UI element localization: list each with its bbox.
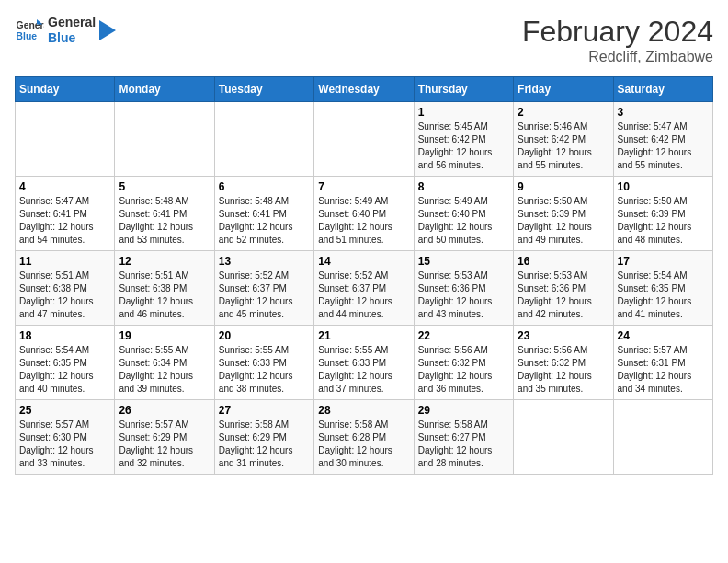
day-info: Sunrise: 5:54 AM Sunset: 6:35 PM Dayligh… — [19, 344, 110, 396]
day-number: 16 — [518, 255, 609, 268]
calendar-week-row: 11Sunrise: 5:51 AM Sunset: 6:38 PM Dayli… — [16, 251, 713, 326]
calendar-week-row: 18Sunrise: 5:54 AM Sunset: 6:35 PM Dayli… — [16, 326, 713, 400]
day-number: 18 — [19, 329, 110, 342]
day-info: Sunrise: 5:47 AM Sunset: 6:42 PM Dayligh… — [618, 121, 709, 172]
calendar-cell — [115, 102, 214, 177]
day-info: Sunrise: 5:55 AM Sunset: 6:33 PM Dayligh… — [318, 344, 409, 396]
day-number: 25 — [19, 404, 110, 417]
calendar-cell: 19Sunrise: 5:55 AM Sunset: 6:34 PM Dayli… — [115, 326, 214, 400]
day-number: 14 — [318, 255, 409, 268]
day-of-week-header: Saturday — [613, 77, 712, 102]
calendar-cell: 10Sunrise: 5:50 AM Sunset: 6:39 PM Dayli… — [613, 177, 712, 251]
day-number: 29 — [418, 404, 509, 417]
day-of-week-header: Monday — [115, 77, 214, 102]
calendar-cell — [613, 400, 712, 475]
day-info: Sunrise: 5:51 AM Sunset: 6:38 PM Dayligh… — [19, 270, 110, 321]
day-info: Sunrise: 5:48 AM Sunset: 6:41 PM Dayligh… — [119, 195, 210, 247]
day-number: 24 — [618, 329, 709, 342]
day-info: Sunrise: 5:54 AM Sunset: 6:35 PM Dayligh… — [618, 270, 709, 321]
svg-marker-3 — [99, 20, 116, 40]
day-info: Sunrise: 5:57 AM Sunset: 6:31 PM Dayligh… — [618, 344, 709, 396]
calendar-cell: 25Sunrise: 5:57 AM Sunset: 6:30 PM Dayli… — [16, 400, 115, 475]
day-number: 3 — [618, 106, 709, 119]
day-info: Sunrise: 5:52 AM Sunset: 6:37 PM Dayligh… — [219, 270, 310, 321]
calendar-cell: 7Sunrise: 5:49 AM Sunset: 6:40 PM Daylig… — [314, 177, 414, 251]
day-info: Sunrise: 5:51 AM Sunset: 6:38 PM Dayligh… — [119, 270, 210, 321]
calendar-week-row: 4Sunrise: 5:47 AM Sunset: 6:41 PM Daylig… — [16, 177, 713, 251]
day-number: 1 — [418, 106, 509, 119]
day-info: Sunrise: 5:52 AM Sunset: 6:37 PM Dayligh… — [318, 270, 409, 321]
day-info: Sunrise: 5:49 AM Sunset: 6:40 PM Dayligh… — [418, 195, 509, 247]
calendar-cell: 15Sunrise: 5:53 AM Sunset: 6:36 PM Dayli… — [414, 251, 513, 326]
day-info: Sunrise: 5:46 AM Sunset: 6:42 PM Dayligh… — [518, 121, 609, 172]
day-number: 8 — [418, 180, 509, 193]
day-info: Sunrise: 5:49 AM Sunset: 6:40 PM Dayligh… — [318, 195, 409, 247]
day-info: Sunrise: 5:47 AM Sunset: 6:41 PM Dayligh… — [19, 195, 110, 247]
day-number: 17 — [618, 255, 709, 268]
day-number: 2 — [518, 106, 609, 119]
day-number: 11 — [19, 255, 110, 268]
calendar-week-row: 25Sunrise: 5:57 AM Sunset: 6:30 PM Dayli… — [16, 400, 713, 475]
day-info: Sunrise: 5:45 AM Sunset: 6:42 PM Dayligh… — [418, 121, 509, 172]
day-number: 9 — [518, 180, 609, 193]
day-number: 13 — [219, 255, 310, 268]
calendar-cell: 9Sunrise: 5:50 AM Sunset: 6:39 PM Daylig… — [514, 177, 613, 251]
day-info: Sunrise: 5:53 AM Sunset: 6:36 PM Dayligh… — [418, 270, 509, 321]
calendar-cell: 26Sunrise: 5:57 AM Sunset: 6:29 PM Dayli… — [115, 400, 214, 475]
calendar-cell: 1Sunrise: 5:45 AM Sunset: 6:42 PM Daylig… — [414, 102, 513, 177]
day-number: 20 — [219, 329, 310, 342]
calendar-header-row: SundayMondayTuesdayWednesdayThursdayFrid… — [16, 77, 713, 102]
calendar-week-row: 1Sunrise: 5:45 AM Sunset: 6:42 PM Daylig… — [16, 102, 713, 177]
day-number: 5 — [119, 180, 210, 193]
location-label: Redcliff, Zimbabwe — [522, 49, 713, 65]
day-number: 22 — [418, 329, 509, 342]
calendar-cell: 21Sunrise: 5:55 AM Sunset: 6:33 PM Dayli… — [314, 326, 414, 400]
logo-arrow-icon — [99, 20, 116, 40]
calendar-cell: 4Sunrise: 5:47 AM Sunset: 6:41 PM Daylig… — [16, 177, 115, 251]
calendar-cell: 12Sunrise: 5:51 AM Sunset: 6:38 PM Dayli… — [115, 251, 214, 326]
calendar-cell: 22Sunrise: 5:56 AM Sunset: 6:32 PM Dayli… — [414, 326, 513, 400]
day-number: 19 — [119, 329, 210, 342]
day-info: Sunrise: 5:53 AM Sunset: 6:36 PM Dayligh… — [518, 270, 609, 321]
day-info: Sunrise: 5:50 AM Sunset: 6:39 PM Dayligh… — [618, 195, 709, 247]
calendar-cell: 16Sunrise: 5:53 AM Sunset: 6:36 PM Dayli… — [514, 251, 613, 326]
logo: General Blue General Blue General Blue — [15, 15, 116, 46]
month-year-label: February 2024 — [522, 15, 713, 49]
day-number: 26 — [119, 404, 210, 417]
calendar-cell: 20Sunrise: 5:55 AM Sunset: 6:33 PM Dayli… — [214, 326, 313, 400]
day-info: Sunrise: 5:57 AM Sunset: 6:29 PM Dayligh… — [119, 419, 210, 470]
calendar-cell — [514, 400, 613, 475]
calendar-cell: 8Sunrise: 5:49 AM Sunset: 6:40 PM Daylig… — [414, 177, 513, 251]
day-of-week-header: Sunday — [16, 77, 115, 102]
calendar-cell: 23Sunrise: 5:56 AM Sunset: 6:32 PM Dayli… — [514, 326, 613, 400]
day-info: Sunrise: 5:50 AM Sunset: 6:39 PM Dayligh… — [518, 195, 609, 247]
day-info: Sunrise: 5:56 AM Sunset: 6:32 PM Dayligh… — [518, 344, 609, 396]
day-info: Sunrise: 5:56 AM Sunset: 6:32 PM Dayligh… — [418, 344, 509, 396]
calendar-cell: 27Sunrise: 5:58 AM Sunset: 6:29 PM Dayli… — [214, 400, 313, 475]
calendar-cell: 18Sunrise: 5:54 AM Sunset: 6:35 PM Dayli… — [16, 326, 115, 400]
day-info: Sunrise: 5:58 AM Sunset: 6:27 PM Dayligh… — [418, 419, 509, 470]
page-header: General Blue General Blue General Blue F… — [15, 15, 713, 65]
day-number: 4 — [19, 180, 110, 193]
day-number: 10 — [618, 180, 709, 193]
day-info: Sunrise: 5:57 AM Sunset: 6:30 PM Dayligh… — [19, 419, 110, 470]
day-info: Sunrise: 5:58 AM Sunset: 6:29 PM Dayligh… — [219, 419, 310, 470]
calendar-cell — [214, 102, 313, 177]
day-of-week-header: Thursday — [414, 77, 513, 102]
calendar-cell: 29Sunrise: 5:58 AM Sunset: 6:27 PM Dayli… — [414, 400, 513, 475]
day-number: 27 — [219, 404, 310, 417]
svg-text:Blue: Blue — [17, 31, 38, 41]
day-of-week-header: Wednesday — [314, 77, 414, 102]
calendar-cell: 3Sunrise: 5:47 AM Sunset: 6:42 PM Daylig… — [613, 102, 712, 177]
day-of-week-header: Friday — [514, 77, 613, 102]
calendar-cell: 5Sunrise: 5:48 AM Sunset: 6:41 PM Daylig… — [115, 177, 214, 251]
day-number: 12 — [119, 255, 210, 268]
day-of-week-header: Tuesday — [214, 77, 313, 102]
calendar-cell: 24Sunrise: 5:57 AM Sunset: 6:31 PM Dayli… — [613, 326, 712, 400]
calendar-title-block: February 2024 Redcliff, Zimbabwe — [522, 15, 713, 65]
day-number: 28 — [318, 404, 409, 417]
calendar-cell: 14Sunrise: 5:52 AM Sunset: 6:37 PM Dayli… — [314, 251, 414, 326]
calendar-cell: 11Sunrise: 5:51 AM Sunset: 6:38 PM Dayli… — [16, 251, 115, 326]
day-number: 21 — [318, 329, 409, 342]
day-number: 7 — [318, 180, 409, 193]
